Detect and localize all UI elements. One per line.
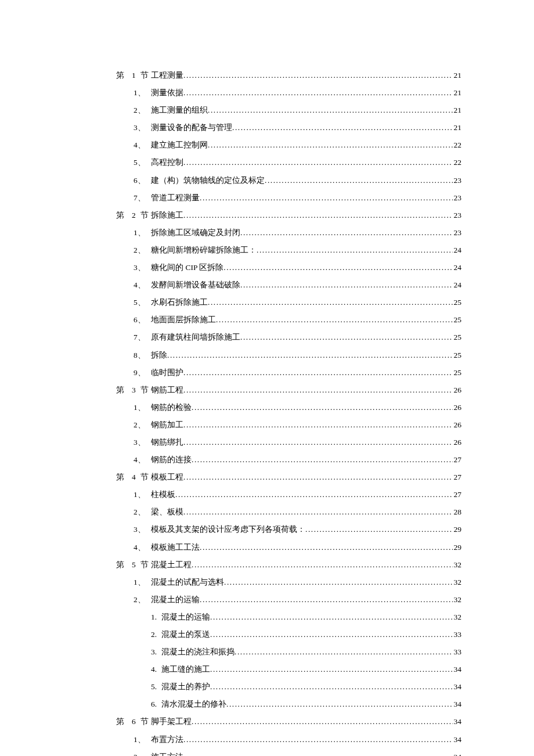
entry-title: 梁、板模 (151, 505, 183, 519)
page-number: 24 (453, 278, 462, 292)
item-label: 7、 (134, 330, 151, 344)
item-label: 1、 (134, 401, 151, 415)
entry-title: 混凝土工程 (151, 558, 192, 572)
item-label: 2、 (134, 593, 151, 607)
leader-dots (183, 156, 453, 170)
page-number: 28 (453, 505, 462, 519)
leader-dots (183, 750, 453, 756)
toc-entry[interactable]: 1、混凝土的试配与选料32 (116, 575, 461, 589)
leader-dots (183, 366, 453, 380)
toc-entry[interactable]: 3.混凝土的浇注和振捣33 (116, 645, 461, 659)
toc-entry[interactable]: 第 4 节模板工程27 (116, 470, 461, 484)
page-number: 23 (453, 226, 462, 240)
toc-entry[interactable]: 1、布置方法34 (116, 733, 461, 747)
toc-entry[interactable]: 2、梁、板模28 (116, 505, 461, 519)
entry-title: 拆除 (151, 348, 167, 362)
entry-title: 钢筋的连接 (151, 453, 192, 467)
item-label: 2、 (134, 750, 151, 756)
entry-title: 管道工程测量 (151, 191, 200, 205)
leader-dots (240, 226, 453, 240)
toc-entry[interactable]: 2、施工测量的组织21 (116, 103, 461, 117)
toc-entry[interactable]: 3、测量设备的配备与管理21 (116, 121, 461, 135)
toc-entry[interactable]: 4.施工缝的施工34 (116, 663, 461, 676)
entry-title: 混凝土的养护 (161, 680, 210, 694)
toc-entry[interactable]: 2、混凝土的运输32 (116, 593, 461, 607)
toc-entry[interactable]: 7、原有建筑柱间墙拆除施工25 (116, 330, 461, 344)
page-number: 26 (453, 383, 462, 397)
toc-entry[interactable]: 2、糖化间新增粉碎罐拆除施工：24 (116, 243, 461, 257)
toc-entry[interactable]: 3、糖化间的 CIP 区拆除 24 (116, 261, 461, 275)
entry-title: 施工缝的施工 (161, 663, 210, 676)
page-number: 34 (453, 663, 462, 676)
toc-entry[interactable]: 4、钢筋的连接27 (116, 453, 461, 467)
leader-dots (200, 191, 453, 205)
leader-dots (192, 453, 453, 467)
item-label: 7、 (134, 191, 151, 205)
toc-entry[interactable]: 第 1 节工程测量21 (116, 69, 461, 82)
toc-entry[interactable]: 1.混凝土的运输32 (116, 610, 461, 624)
toc-entry[interactable]: 4、模板施工工法29 (116, 541, 461, 555)
entry-title: 模板工程 (151, 470, 183, 484)
toc-entry[interactable]: 5.混凝土的养护34 (116, 680, 461, 694)
toc-entry[interactable]: 1、钢筋的检验26 (116, 401, 461, 415)
item-label: 1、 (134, 226, 151, 240)
section-label: 第 2 节 (116, 208, 151, 222)
entry-title: 拆除施工 (151, 208, 183, 222)
page-number: 27 (453, 488, 462, 502)
toc-entry[interactable]: 2、施工方法34 (116, 750, 461, 756)
toc-entry[interactable]: 2.混凝土的泵送33 (116, 628, 461, 642)
leader-dots (265, 174, 453, 188)
toc-entry[interactable]: 1、拆除施工区域确定及封闭23 (116, 226, 461, 240)
toc-entry[interactable]: 第 6 节脚手架工程34 (116, 715, 461, 729)
toc-entry[interactable]: 8、拆除25 (116, 348, 461, 362)
subitem-label: 3. (151, 645, 161, 659)
item-label: 4、 (134, 453, 151, 467)
page-number: 21 (453, 69, 462, 82)
page-number: 22 (453, 156, 462, 170)
entry-title: 钢筋加工 (151, 418, 183, 432)
section-label: 第 6 节 (116, 715, 151, 729)
subitem-label: 4. (151, 663, 161, 676)
toc-entry[interactable]: 第 2 节拆除施工23 (116, 208, 461, 222)
entry-title: 拆除施工区域确定及封闭 (151, 226, 240, 240)
entry-title: 清水混凝土的修补 (161, 697, 226, 711)
toc-entry[interactable]: 4、建立施工控制网22 (116, 138, 461, 152)
page-number: 29 (453, 541, 462, 555)
page-number: 32 (453, 558, 462, 572)
entry-title: 测量设备的配备与管理 (151, 121, 232, 135)
page-number: 32 (453, 593, 462, 607)
toc-entry[interactable]: 6、地面面层拆除施工25 (116, 313, 461, 327)
toc-entry[interactable]: 6.清水混凝土的修补34 (116, 697, 461, 711)
toc-entry[interactable]: 第 5 节混凝土工程32 (116, 558, 461, 572)
entry-title: 混凝土的浇注和振捣 (161, 645, 234, 659)
leader-dots (232, 121, 453, 135)
page-number: 34 (453, 733, 462, 747)
toc-entry[interactable]: 5、水刷石拆除施工25 (116, 296, 461, 309)
toc-entry[interactable]: 7、管道工程测量23 (116, 191, 461, 205)
item-label: 8、 (134, 348, 151, 362)
toc-entry[interactable]: 3、钢筋绑扎26 (116, 435, 461, 449)
leader-dots (240, 330, 453, 344)
leader-dots (183, 435, 453, 449)
leader-dots (183, 505, 453, 519)
entry-title: 建（构）筑物轴线的定位及标定 (151, 174, 265, 188)
entry-title: 糖化间新增粉碎罐拆除施工： (151, 243, 257, 257)
entry-title: 钢筋工程 (151, 383, 183, 397)
item-label: 4、 (134, 541, 151, 555)
entry-title: 建立施工控制网 (151, 138, 208, 152)
entry-title: 发酵间新增设备基础破除 (151, 278, 240, 292)
entry-title: 模板及其支架的设计应考虑下列各项荷载： (151, 523, 305, 537)
page-number: 23 (453, 208, 462, 222)
toc-entry[interactable]: 第 3 节钢筋工程26 (116, 383, 461, 397)
toc-entry[interactable]: 1、测量依据21 (116, 86, 461, 100)
toc-entry[interactable]: 2、钢筋加工26 (116, 418, 461, 432)
toc-entry[interactable]: 4、发酵间新增设备基础破除24 (116, 278, 461, 292)
leader-dots (210, 628, 453, 642)
toc-entry[interactable]: 6、建（构）筑物轴线的定位及标定23 (116, 174, 461, 188)
toc-entry[interactable]: 5、高程控制22 (116, 156, 461, 170)
toc-entry[interactable]: 1、柱模板27 (116, 488, 461, 502)
toc-entry[interactable]: 3、模板及其支架的设计应考虑下列各项荷载：29 (116, 523, 461, 537)
page-number: 25 (453, 348, 462, 362)
toc-entry[interactable]: 9、临时围护25 (116, 366, 461, 380)
leader-dots (183, 69, 453, 82)
